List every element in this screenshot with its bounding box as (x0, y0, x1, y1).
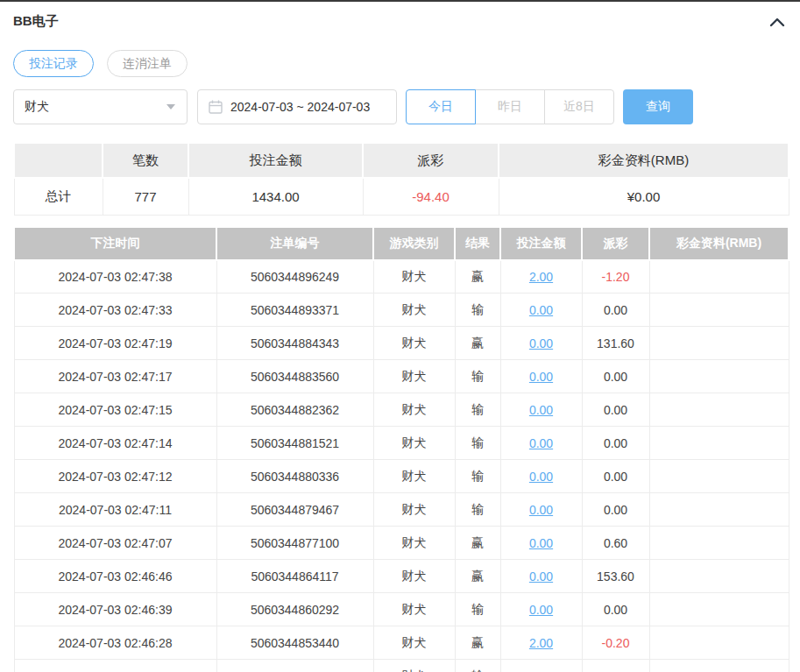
records-header-cell: 结果 (455, 227, 500, 260)
bet-amount-link[interactable]: 0.00 (529, 336, 553, 350)
summary-bonus: ¥0.00 (499, 178, 789, 215)
date-range-value: 2024-07-03 ~ 2024-07-03 (230, 100, 370, 114)
summary-count: 777 (103, 178, 188, 215)
cell-result: 赢 (455, 327, 500, 360)
records-header-cell: 彩金资料(RMB) (649, 227, 789, 260)
game-select[interactable]: 财犬 (13, 89, 188, 124)
cell-payout: 0.00 (582, 460, 649, 493)
cell-bet-amount: 0.00 (500, 294, 582, 327)
cell-game-type: 财犬 (373, 593, 455, 626)
cell-payout: 0.00 (582, 593, 649, 626)
bet-amount-link[interactable]: 0.00 (529, 303, 553, 317)
chevron-up-icon (769, 17, 785, 27)
cell-bet-amount: 0.00 (500, 360, 582, 393)
bet-amount-link[interactable]: 0.00 (529, 569, 553, 584)
cell-game-type: 财犬 (373, 626, 455, 660)
summary-payout: -94.40 (363, 178, 499, 215)
cell-result: 输 (455, 593, 500, 626)
quick-range-yesterday[interactable]: 昨日 (475, 89, 545, 124)
cell-order-no: 5060344881521 (216, 427, 373, 460)
bet-amount-link[interactable]: 0.00 (529, 503, 553, 517)
cell-bonus (649, 560, 789, 593)
quick-range-group: 今日 昨日 近8日 (406, 89, 614, 124)
cell-result: 输 (455, 427, 500, 460)
table-row: 2024-07-03 02:46:395060344860292财犬输0.000… (14, 593, 789, 626)
filter-bar: 财犬 2024-07-03 ~ 2024-07-03 今日 昨日 近8日 查询 (13, 89, 787, 124)
cell-game-type: 财犬 (373, 327, 455, 360)
bet-amount-link[interactable]: 2.00 (529, 636, 553, 650)
cell-bonus (649, 427, 789, 460)
bet-amount-link[interactable]: 0.00 (529, 536, 553, 550)
cell-game-type: 财犬 (373, 460, 455, 493)
collapse-button[interactable] (768, 12, 787, 32)
cell-payout: 0.00 (582, 393, 649, 427)
cell-order-no: 5060344877100 (216, 527, 373, 560)
cell-bet-amount: 0.00 (500, 493, 582, 527)
bet-amount-link[interactable]: 0.00 (529, 370, 553, 384)
cell-game-type: 财犬 (373, 527, 455, 560)
records-header-row: 下注时间注单编号游戏类别结果投注金额派彩彩金资料(RMB) (14, 227, 789, 260)
cell-payout: 131.60 (582, 327, 649, 360)
table-row: 2024-07-03 02:47:155060344882362财犬输0.000… (14, 393, 789, 427)
cell-result: 输 (455, 294, 500, 327)
summary-header-row: 笔数投注金额派彩彩金资料(RMB) (14, 143, 789, 178)
records-header-cell: 派彩 (582, 227, 649, 260)
date-range-picker[interactable]: 2024-07-03 ~ 2024-07-03 (197, 89, 397, 124)
cell-game-type: 财犬 (373, 427, 455, 460)
cell-payout: 0.00 (582, 294, 649, 327)
cell-bet-time: 2024-07-03 02:47:07 (14, 527, 216, 560)
cell-game-type: 财犬 (373, 393, 455, 427)
cell-order-no: 5060344853440 (216, 626, 373, 660)
cell-game-type: 财犬 (373, 294, 455, 327)
cell-bet-amount: 0.00 (500, 327, 582, 360)
cell-game-type: 财犬 (373, 260, 455, 294)
cell-result: 输 (455, 360, 500, 393)
cell-bet-time: 2024-07-03 02:47:15 (14, 393, 216, 427)
cell-payout: 153.60 (582, 560, 649, 593)
cell-bet-amount: 0.00 (500, 427, 582, 460)
cell-game-type: 财犬 (373, 360, 455, 393)
cell-payout: -1.20 (582, 260, 649, 294)
tab-cancelled-orders[interactable]: 连消注单 (107, 50, 188, 77)
bet-amount-link[interactable]: 2.00 (529, 669, 553, 672)
query-button[interactable]: 查询 (623, 89, 693, 124)
cell-bet-time: 2024-07-03 02:47:19 (14, 327, 216, 360)
cell-bet-time: 2024-07-03 02:46:28 (14, 626, 216, 660)
cell-bonus (649, 527, 789, 560)
cell-order-no: 5060344860292 (216, 593, 373, 626)
tab-bet-records[interactable]: 投注记录 (13, 50, 94, 77)
cell-bonus (649, 260, 789, 294)
cell-payout: 0.00 (582, 360, 649, 393)
cell-bet-amount: 2.00 (500, 260, 582, 294)
cell-bet-time: 2024-07-03 02:46:27 (14, 660, 216, 672)
cell-result: 赢 (455, 527, 500, 560)
cell-bonus (649, 294, 789, 327)
summary-table: 笔数投注金额派彩彩金资料(RMB) 总计 777 1434.00 -94.40 … (13, 142, 789, 216)
cell-order-no: 5060344884343 (216, 327, 373, 360)
cell-bet-amount: 0.00 (500, 593, 582, 626)
cell-payout: -2.00 (582, 660, 649, 672)
calendar-icon (209, 100, 223, 114)
cell-bet-time: 2024-07-03 02:47:17 (14, 360, 216, 393)
bet-amount-link[interactable]: 0.00 (529, 470, 553, 484)
table-row: 2024-07-03 02:47:115060344879467财犬输0.000… (14, 493, 789, 527)
table-row: 2024-07-03 02:47:385060344896249财犬赢2.00-… (14, 260, 789, 294)
bet-amount-link[interactable]: 2.00 (529, 270, 553, 284)
records-table: 下注时间注单编号游戏类别结果投注金额派彩彩金资料(RMB) 2024-07-03… (13, 226, 789, 672)
panel-title: BB电子 (13, 13, 59, 30)
quick-range-today[interactable]: 今日 (406, 89, 476, 124)
bet-amount-link[interactable]: 0.00 (529, 603, 553, 617)
cell-payout: 0.60 (582, 527, 649, 560)
table-row: 2024-07-03 02:47:145060344881521财犬输0.000… (14, 427, 789, 460)
bet-amount-link[interactable]: 0.00 (529, 436, 553, 450)
cell-order-no: 5060344852597 (216, 660, 373, 672)
table-row: 2024-07-03 02:47:175060344883560财犬输0.000… (14, 360, 789, 393)
quick-range-last8days[interactable]: 近8日 (544, 89, 614, 124)
game-select-value: 财犬 (25, 99, 49, 115)
cell-result: 赢 (455, 626, 500, 660)
cell-bonus (649, 493, 789, 527)
summary-header-cell: 派彩 (363, 143, 499, 178)
table-row: 2024-07-03 02:47:195060344884343财犬赢0.001… (14, 327, 789, 360)
table-row: 2024-07-03 02:47:075060344877100财犬赢0.000… (14, 527, 789, 560)
bet-amount-link[interactable]: 0.00 (529, 403, 553, 417)
